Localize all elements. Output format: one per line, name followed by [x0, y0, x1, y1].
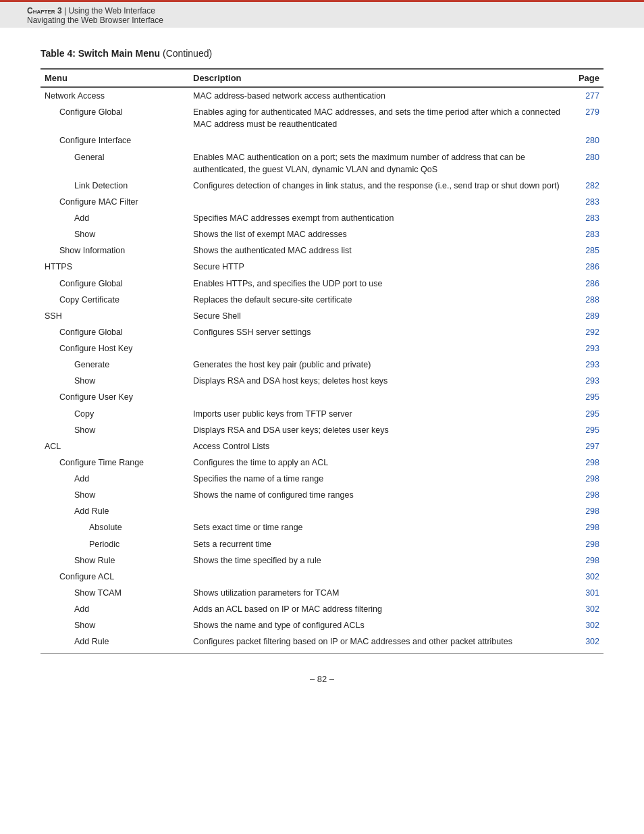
cell-page: 301	[570, 585, 603, 601]
table-row: AbsoluteSets exact time or time range298	[41, 519, 603, 536]
table-row: AddSpecifies MAC addresses exempt from a…	[41, 210, 603, 226]
cell-desc: Enables MAC authentication on a port; se…	[189, 149, 570, 178]
table-header-row: Menu Description Page	[41, 69, 603, 87]
cell-desc: Secure Shell	[189, 308, 570, 324]
cell-menu: Copy	[41, 406, 189, 422]
cell-desc	[189, 389, 570, 405]
cell-desc: Adds an ACL based on IP or MAC address f…	[189, 601, 570, 617]
table-row: Copy CertificateReplaces the default sec…	[41, 292, 603, 308]
table-row: Network AccessMAC address-based network …	[41, 87, 603, 104]
cell-menu: SSH	[41, 308, 189, 324]
table-row: Add RuleConfigures packet filtering base…	[41, 633, 603, 654]
cell-desc: Specifies MAC addresses exempt from auth…	[189, 210, 570, 226]
chapter-title: Using the Web Interface	[68, 6, 155, 16]
header-bar: Chapter 3 | Using the Web Interface Navi…	[0, 0, 644, 28]
table-row: AddSpecifies the name of a time range298	[41, 471, 603, 487]
cell-menu: Add	[41, 471, 189, 487]
table-row: Configure Time RangeConfigures the time …	[41, 454, 603, 471]
cell-menu: General	[41, 149, 189, 178]
cell-menu: Periodic	[41, 536, 189, 552]
table-row: Add Rule298	[41, 503, 603, 519]
cell-desc	[189, 194, 570, 210]
cell-page: 283	[570, 226, 603, 242]
cell-page: 280	[570, 132, 603, 149]
cell-menu: Add	[41, 210, 189, 226]
cell-menu: Configure Interface	[41, 132, 189, 149]
cell-desc: Shows the time specified by a rule	[189, 552, 570, 569]
cell-desc: Configures the time to apply an ACL	[189, 454, 570, 471]
table-row: HTTPSSecure HTTP286	[41, 259, 603, 275]
cell-desc: Displays RSA and DSA user keys; deletes …	[189, 422, 570, 438]
cell-page: 298	[570, 487, 603, 503]
table-row: Configure User Key295	[41, 389, 603, 405]
cell-page: 302	[570, 601, 603, 617]
cell-menu: Show	[41, 226, 189, 242]
cell-menu: Add Rule	[41, 503, 189, 519]
cell-page: 302	[570, 617, 603, 633]
cell-menu: Show	[41, 617, 189, 633]
cell-page: 298	[570, 454, 603, 471]
col-header-desc: Description	[189, 69, 570, 87]
cell-menu: Show Information	[41, 242, 189, 259]
cell-desc: Shows the list of exempt MAC addresses	[189, 226, 570, 242]
table-row: Configure Interface280	[41, 132, 603, 149]
table-row: AddAdds an ACL based on IP or MAC addres…	[41, 601, 603, 617]
table-row: SSHSecure Shell289	[41, 308, 603, 324]
cell-desc: Displays RSA and DSA host keys; deletes …	[189, 373, 570, 389]
table-row: Configure Host Key293	[41, 340, 603, 357]
cell-menu: Show	[41, 373, 189, 389]
cell-desc: Configures detection of changes in link …	[189, 178, 570, 194]
cell-page: 288	[570, 292, 603, 308]
cell-menu: Configure Global	[41, 104, 189, 132]
cell-desc	[189, 569, 570, 585]
main-content: Table 4: Switch Main Menu (Continued) Me…	[0, 28, 644, 711]
cell-menu: Show	[41, 422, 189, 438]
cell-desc: Generates the host key pair (public and …	[189, 357, 570, 373]
cell-desc: Shows the authenticated MAC address list	[189, 242, 570, 259]
cell-page: 302	[570, 633, 603, 654]
cell-desc: Secure HTTP	[189, 259, 570, 275]
table-row: GeneralEnables MAC authentication on a p…	[41, 149, 603, 178]
cell-page: 285	[570, 242, 603, 259]
table-row: Configure MAC Filter283	[41, 194, 603, 210]
cell-page: 297	[570, 438, 603, 454]
cell-menu: Generate	[41, 357, 189, 373]
cell-page: 283	[570, 210, 603, 226]
chapter-label: Chapter 3	[27, 6, 62, 16]
cell-menu: HTTPS	[41, 259, 189, 275]
cell-menu: ACL	[41, 438, 189, 454]
cell-menu: Configure User Key	[41, 389, 189, 405]
table-row: ACLAccess Control Lists297	[41, 438, 603, 454]
table-row: ShowShows the name of configured time ra…	[41, 487, 603, 503]
table-title-bold: Table 4: Switch Main Menu	[41, 48, 160, 59]
cell-desc: Shows the name and type of configured AC…	[189, 617, 570, 633]
table-row: ShowDisplays RSA and DSA user keys; dele…	[41, 422, 603, 438]
table-row: CopyImports user public keys from TFTP s…	[41, 406, 603, 422]
cell-desc: MAC address-based network access authent…	[189, 87, 570, 104]
cell-page: 298	[570, 552, 603, 569]
cell-desc: Specifies the name of a time range	[189, 471, 570, 487]
cell-menu: Copy Certificate	[41, 292, 189, 308]
cell-page: 289	[570, 308, 603, 324]
cell-desc	[189, 340, 570, 357]
col-header-page: Page	[570, 69, 603, 87]
table-row: Configure GlobalConfigures SSH server se…	[41, 324, 603, 340]
table-row: GenerateGenerates the host key pair (pub…	[41, 357, 603, 373]
cell-menu: Show	[41, 487, 189, 503]
cell-page: 286	[570, 276, 603, 292]
chapter-sep: |	[62, 6, 69, 16]
table-row: Show TCAMShows utilization parameters fo…	[41, 585, 603, 601]
table-row: Show InformationShows the authenticated …	[41, 242, 603, 259]
cell-desc: Imports user public keys from TFTP serve…	[189, 406, 570, 422]
nav-subtitle: Navigating the Web Browser Interface	[27, 16, 163, 25]
cell-menu: Configure Host Key	[41, 340, 189, 357]
cell-page: 292	[570, 324, 603, 340]
cell-menu: Configure ACL	[41, 569, 189, 585]
cell-page: 293	[570, 373, 603, 389]
table-row: Configure GlobalEnables aging for authen…	[41, 104, 603, 132]
cell-page: 295	[570, 422, 603, 438]
table-row: Configure ACL302	[41, 569, 603, 585]
cell-page: 279	[570, 104, 603, 132]
cell-desc: Enables aging for authenticated MAC addr…	[189, 104, 570, 132]
cell-desc: Configures SSH server settings	[189, 324, 570, 340]
